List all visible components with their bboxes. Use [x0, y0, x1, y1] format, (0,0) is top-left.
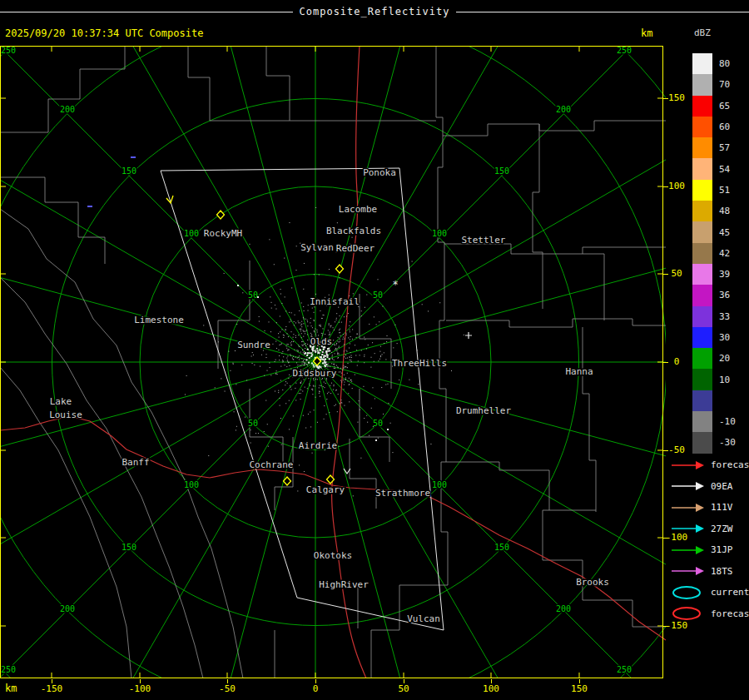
radar-echo-dot: [388, 403, 389, 404]
radar-echo-dot: [327, 393, 328, 394]
radar-echo-dot: [279, 355, 280, 356]
legend-item: 09EA: [671, 476, 749, 498]
radar-echo-dot: [345, 333, 346, 334]
radar-echo-dot: [270, 296, 270, 297]
colorbar-row: -10: [692, 411, 747, 432]
radar-echo-dot: [319, 393, 320, 394]
ring-distance-label: 150: [122, 543, 136, 552]
radar-echo-dot: [186, 375, 187, 376]
colorbar-value: 20: [719, 353, 747, 364]
radar-echo-dot: [265, 330, 265, 331]
radar-echo-dot: [298, 335, 299, 335]
y-axis-tick: [663, 98, 668, 99]
radar-echo-dot: [310, 352, 312, 354]
radar-echo-dot: [230, 370, 231, 371]
radar-echo-dot: [279, 360, 280, 360]
radar-echo-dot: [365, 307, 365, 308]
place-label: Lacombe: [339, 204, 377, 215]
radar-echo-dot: [353, 495, 354, 496]
radar-echo-dot: [348, 313, 349, 314]
ring-distance-label: 100: [184, 480, 199, 489]
radar-echo-dot: [285, 365, 285, 365]
legend-item: 18TS: [671, 561, 749, 583]
radar-echo-dot: [286, 333, 287, 334]
colorbar-value: 48: [719, 206, 747, 216]
colorbar-value: 10: [719, 375, 747, 385]
radar-echo-dot: [275, 309, 276, 310]
radar-echo-dot: [350, 336, 351, 337]
radar-echo-dot: [346, 335, 347, 335]
radar-echo-dot: [330, 393, 331, 394]
radar-echo-dot: [253, 355, 254, 355]
radar-echo-dot: [291, 287, 292, 288]
radar-echo-dot: [383, 414, 384, 415]
legend-label: 09EA: [711, 481, 733, 492]
radar-echo-dot: [321, 318, 322, 319]
radar-echo-dot: [285, 329, 286, 330]
radar-echo-dot: [317, 350, 319, 351]
radar-echo-dot: [329, 335, 330, 335]
radar-echo-dot: [439, 302, 440, 303]
boundary-line: [360, 294, 391, 389]
radar-echo-dot: [339, 322, 340, 323]
radar-echo-dot: [311, 349, 313, 350]
radar-echo-dot: [340, 341, 340, 342]
radar-echo-dot: [372, 342, 373, 343]
radar-echo-dot: [272, 344, 273, 345]
radar-echo-dot: [324, 419, 325, 420]
radar-echo-dot: [326, 380, 327, 380]
radar-echo-dot: [343, 380, 344, 380]
radar-echo-dot: [314, 320, 315, 320]
colorbar-swatch: [692, 264, 712, 285]
radar-echo-dot: [347, 367, 348, 368]
radar-echo-dot: [310, 412, 310, 413]
plus-marker: [465, 332, 472, 339]
colorbar-swatch: [692, 137, 712, 158]
legend-label: 27ZW: [711, 524, 733, 534]
legend-item: forecast: [671, 454, 749, 476]
radar-echo-dot: [355, 375, 355, 375]
radar-echo-dot: [289, 350, 290, 350]
ring-distance-label: 150: [122, 166, 136, 176]
radar-echo-dot: [380, 355, 381, 356]
radar-echo-dot: [298, 322, 299, 323]
colorbar-value: 33: [719, 311, 747, 322]
radar-echo-dot: [285, 330, 286, 330]
radar-echo-dot: [360, 410, 360, 410]
radar-echo-dot: [281, 353, 282, 354]
radar-echo-dot: [314, 410, 315, 410]
range-spoke: [315, 241, 666, 362]
place-label: Sylvan: [300, 242, 334, 253]
x-axis-label: -150: [37, 683, 67, 694]
radar-echo-dot: [350, 343, 350, 344]
ring-distance-label: 200: [60, 105, 75, 114]
radar-echo-dot: [287, 355, 288, 356]
radar-echo-dot: [350, 352, 351, 353]
radar-echo-dot: [305, 362, 305, 363]
radar-echo-dot: [341, 322, 342, 323]
radar-echo-dot: [312, 390, 313, 390]
radar-echo-dot: [333, 327, 334, 328]
radar-echo-dot: [361, 315, 362, 316]
radar-echo-dot: [310, 322, 310, 323]
radar-echo-dot: [311, 354, 313, 355]
radar-echo-dot: [324, 405, 325, 406]
radar-echo-dot: [329, 269, 330, 270]
radar-echo-dot: [349, 385, 350, 385]
colorbar-swatch: [692, 369, 712, 390]
radar-echo-dot: [298, 350, 299, 351]
radar-echo-dot: [422, 304, 423, 305]
radar-echo-dot: [373, 426, 374, 427]
radar-echo-dot: [332, 356, 333, 357]
radar-echo-dot: [330, 326, 331, 327]
radar-echo-dot: [374, 398, 375, 399]
colorbar-value: 54: [719, 164, 747, 175]
radar-echo-dot: [349, 401, 350, 402]
x-axis-label: -50: [212, 683, 242, 694]
radar-echo-dot: [340, 329, 340, 330]
radar-echo-dot: [295, 270, 296, 271]
radar-echo-dot: [287, 344, 288, 345]
radar-echo-dot: [289, 222, 290, 223]
colorbar-swatch: [692, 201, 712, 221]
radar-echo-dot: [338, 337, 339, 338]
